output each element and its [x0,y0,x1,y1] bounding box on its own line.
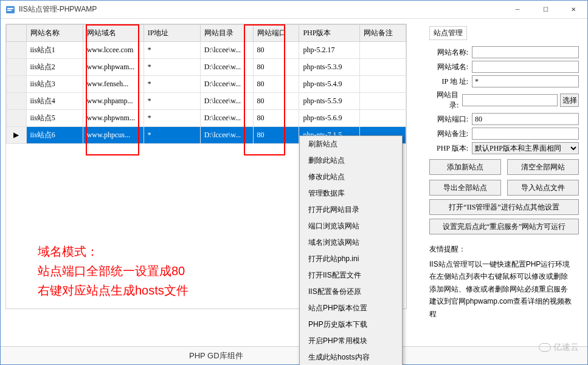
cell-note [360,110,406,127]
cell-domain: www.fenseh... [83,76,144,93]
cell-port: 80 [253,110,299,127]
cell-name: iis站点6 [26,127,83,144]
menu-item[interactable]: 打开此站php.ini [300,251,402,267]
cell-port: 80 [253,42,299,59]
menu-item[interactable]: 开启PHP常用模块 [300,333,402,349]
table-row[interactable]: iis站点2www.phpwam...*D:\lccee\w...80php-n… [7,59,406,76]
side-panel: 站点管理 网站名称: 网站域名: IP 地 址: 网站目录:选择 网站端口: 网… [423,19,587,364]
input-note[interactable] [472,128,579,140]
cloud-icon [539,343,551,352]
titlebar: IIS站点管理-PHPWAMP ─ ☐ ✕ [1,1,587,19]
status-left: PHP GD库组件 [189,350,243,361]
minimize-button[interactable]: ─ [503,1,531,19]
cell-note [360,59,406,76]
column-header: IP地址 [144,25,200,42]
menu-item[interactable]: 打开此网站目录 [300,202,402,218]
hint-body: IIS站点管理可以一键快速配置PHP运行环境在左侧站点列表中右键鼠标可以修改或删… [429,258,579,320]
menu-item[interactable]: 修改此站点 [300,169,402,185]
cell-ip: * [144,76,200,93]
cell-domain: www.phpwam... [83,59,144,76]
cell-name: iis站点4 [26,93,83,110]
cell-ip: * [144,42,200,59]
cell-port: 80 [253,127,299,144]
cell-dir: D:\lccee\w... [200,76,253,93]
input-dir[interactable] [462,94,558,106]
cell-php: php-5.2.17 [299,42,360,59]
menu-item[interactable]: 打开IIS配置文件 [300,267,402,284]
cell-php: php-nts-5.6.9 [299,110,360,127]
input-domain[interactable] [472,61,579,73]
browse-button[interactable]: 选择 [560,94,579,107]
app-icon [5,5,15,15]
window-title: IIS站点管理-PHPWAMP [19,4,503,15]
table-row[interactable]: iis站点5www.phpwnm...*D:\lccee\w...80php-n… [7,110,406,127]
label-dir: 网站目录: [429,90,462,111]
cell-note [360,42,406,59]
add-site-button[interactable]: 添加新站点 [429,159,501,175]
cell-dir: D:\lccee\w... [200,110,253,127]
maximize-button[interactable]: ☐ [531,1,559,19]
cell-domain: www.phpcus... [83,127,144,144]
annotation-text: 域名模式： 站点端口全部统一设置成80 右键对应站点生成hosts文件 [38,242,189,300]
cell-php: php-nts-5.4.9 [299,76,360,93]
cell-dir: D:\lccee\w... [200,93,253,110]
cell-port: 80 [253,59,299,76]
menu-item[interactable]: 域名浏览该网站 [300,234,402,251]
menu-item[interactable]: 管理数据库 [300,185,402,202]
cell-ip: * [144,127,200,144]
watermark: 亿速云 [539,342,579,353]
select-php[interactable]: 默认PHP版本和主界面相同 [472,142,579,154]
column-header: 网站备注 [360,25,406,42]
cell-php: php-nts-5.5.9 [299,93,360,110]
panel-title: 站点管理 [429,26,467,40]
cell-dir: D:\lccee\w... [200,127,253,144]
export-button[interactable]: 导出全部站点 [429,180,501,196]
label-name: 网站名称: [429,47,472,58]
table-row[interactable]: iis站点4www.phpamp...*D:\lccee\w...80php-n… [7,93,406,110]
cell-port: 80 [253,93,299,110]
cell-ip: * [144,59,200,76]
cell-name: iis站点1 [26,42,83,59]
svg-rect-2 [7,10,12,11]
context-menu: 刷新站点删除此站点修改此站点管理数据库打开此网站目录端口浏览该网站域名浏览该网站… [299,135,403,365]
input-name[interactable] [472,46,579,58]
cell-ip: * [144,93,200,110]
column-header: 网站名称 [26,25,83,42]
menu-item[interactable]: 刷新站点 [300,136,402,152]
table-row[interactable]: iis站点1www.lccee.com*D:\lccee\w...80php-5… [7,42,406,59]
cell-domain: www.phpamp... [83,93,144,110]
label-port: 网站端口: [429,114,472,125]
column-header: PHP版本 [299,25,360,42]
cell-note [360,76,406,93]
menu-item[interactable]: 生成此站hosts内容 [300,349,402,365]
menu-item[interactable]: 站点PHP版本位置 [300,300,402,316]
label-note: 网站备注: [429,129,472,139]
iis-manager-button[interactable]: 打开“IIS管理器”进行站点其他设置 [429,199,579,215]
cell-domain: www.lccee.com [83,42,144,59]
menu-item[interactable]: PHP历史版本下载 [300,316,402,333]
column-header: 网站端口 [253,25,299,42]
menu-item[interactable]: IIS配置备份还原 [300,284,402,300]
cell-name: iis站点3 [26,76,83,93]
hint-title: 友情提醒： [429,244,579,254]
label-php: PHP 版本: [429,143,472,154]
input-ip[interactable] [472,75,579,87]
table-row[interactable]: iis站点3www.fenseh...*D:\lccee\w...80php-n… [7,76,406,93]
cell-domain: www.phpwnm... [83,110,144,127]
label-ip: IP 地 址: [429,77,472,87]
import-button[interactable]: 导入站点文件 [507,180,579,196]
menu-item[interactable]: 删除此站点 [300,152,402,169]
cell-php: php-nts-5.3.9 [299,59,360,76]
svg-rect-1 [7,8,13,9]
cell-name: iis站点2 [26,59,83,76]
input-port[interactable] [472,113,579,125]
cell-note [360,93,406,110]
cell-dir: D:\lccee\w... [200,42,253,59]
close-button[interactable]: ✕ [559,1,587,19]
clear-all-button[interactable]: 清空全部网站 [507,159,579,175]
restart-button[interactable]: 设置完后点此“重启服务”网站方可运行 [429,219,579,234]
cell-name: iis站点5 [26,110,83,127]
cell-port: 80 [253,76,299,93]
label-domain: 网站域名: [429,62,472,72]
menu-item[interactable]: 端口浏览该网站 [300,218,402,234]
